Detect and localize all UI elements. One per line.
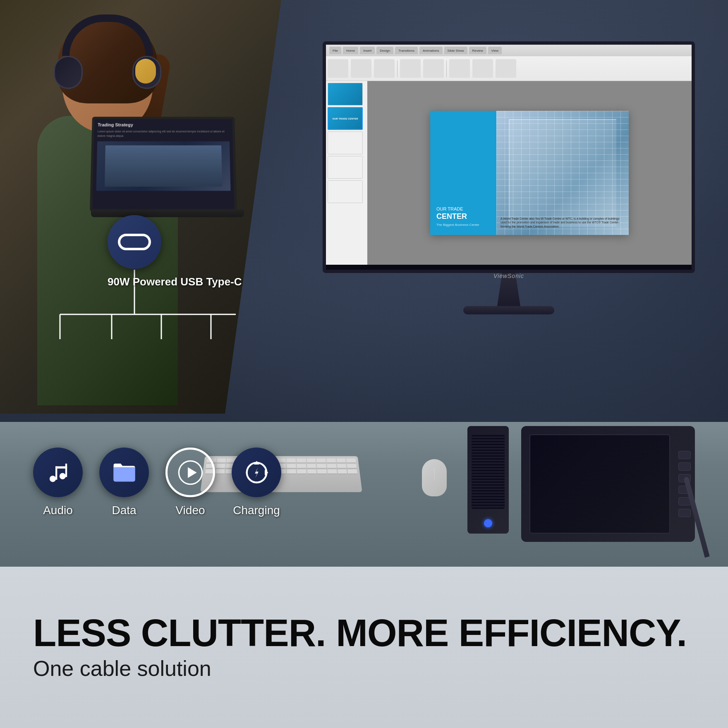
svg-rect-9 xyxy=(65,463,67,477)
music-icon xyxy=(45,459,72,486)
key xyxy=(287,469,296,474)
usbc-icon-circle xyxy=(108,215,161,269)
powerpoint-content: OUR TRADE CENTER xyxy=(326,81,692,265)
key xyxy=(317,464,326,468)
pp-tab: Review xyxy=(469,47,486,54)
feature-audio: Audio xyxy=(33,448,83,517)
bottom-section: LESS CLUTTER. MORE EFFICIENCY. One cable… xyxy=(0,567,728,728)
mouse xyxy=(422,459,447,496)
key xyxy=(317,469,327,474)
monitor-base xyxy=(463,306,554,314)
laptop-title: Trading Strategy xyxy=(98,122,229,127)
key xyxy=(297,458,306,463)
key xyxy=(326,458,336,463)
key xyxy=(297,464,306,468)
monitor-screen: File Home Insert Design Transitions Anim… xyxy=(323,41,695,273)
usbc-label: 90W Powered USB Type-C xyxy=(108,275,242,288)
key xyxy=(316,458,326,463)
charging-icon-circle xyxy=(232,448,281,497)
video-icon-circle xyxy=(165,448,215,497)
headphone-band xyxy=(62,14,153,56)
key xyxy=(327,464,336,468)
feature-charging: Charging xyxy=(232,448,281,517)
key xyxy=(346,458,356,463)
slide-main-title: CENTER xyxy=(436,213,490,221)
key xyxy=(287,464,296,468)
slide-thumb xyxy=(328,132,363,154)
video-icon xyxy=(177,459,204,486)
slide-thumb xyxy=(328,83,363,105)
usbc-feature-area: 90W Powered USB Type-C xyxy=(108,215,242,288)
key xyxy=(307,458,316,463)
video-label: Video xyxy=(175,504,205,517)
graphics-tablet xyxy=(521,426,695,542)
slides-panel: OUR TRADE CENTER xyxy=(326,81,367,265)
laptop-image xyxy=(96,141,230,191)
usbc-icon xyxy=(118,234,151,250)
brand-logo: ViewSonic xyxy=(493,273,524,279)
pp-tab: Slide Show xyxy=(444,47,467,54)
tablet-button xyxy=(678,451,691,459)
feature-video: Video xyxy=(165,448,215,517)
svg-marker-15 xyxy=(255,467,259,478)
data-icon-circle xyxy=(99,448,149,497)
photo-section: File Home Insert Design Transitions Anim… xyxy=(0,0,728,567)
key xyxy=(347,469,357,474)
slide-pretitle: OUR TRADE xyxy=(436,206,490,211)
key xyxy=(327,469,337,474)
pp-tab: Animations xyxy=(419,47,443,54)
main-slide-area: OUR TRADE CENTER The Biggest Business Ce… xyxy=(367,81,692,265)
svg-marker-12 xyxy=(188,467,197,478)
mini-pc-speaker xyxy=(467,426,509,534)
headphones xyxy=(54,14,161,89)
tablet-button xyxy=(678,462,691,471)
headphone-left-ear xyxy=(54,56,83,89)
sub-tagline: One cable solution xyxy=(33,656,695,681)
data-label: Data xyxy=(112,504,136,517)
key xyxy=(338,469,347,474)
slide-right-panel: A World Trade Center also You W Trade Ce… xyxy=(496,111,629,235)
laptop-screen: Trading Strategy Lorem ipsum dolor sit a… xyxy=(90,117,237,211)
tablet-button xyxy=(678,509,691,517)
charging-icon xyxy=(243,459,270,486)
key xyxy=(336,458,346,463)
features-row: Audio Data xyxy=(33,448,281,517)
speaker-grill xyxy=(472,434,505,509)
pp-tab: Design xyxy=(376,47,393,54)
laptop-content: Trading Strategy Lorem ipsum dolor sit a… xyxy=(92,119,234,209)
laptop-building-graphic xyxy=(105,145,222,187)
data-icon xyxy=(111,459,138,486)
pp-tab: File xyxy=(329,47,341,54)
svg-point-7 xyxy=(59,473,65,479)
slide-body-text: A World Trade Center also You W Trade Ce… xyxy=(500,217,625,229)
key xyxy=(337,464,347,468)
svg-point-6 xyxy=(49,476,55,482)
tablet-display xyxy=(529,434,670,534)
slide-content: OUR TRADE CENTER The Biggest Business Ce… xyxy=(430,111,629,235)
main-container: File Home Insert Design Transitions Anim… xyxy=(0,0,728,728)
audio-icon-circle xyxy=(33,448,83,497)
headphone-right-ear xyxy=(132,56,161,89)
powerpoint-ribbon xyxy=(326,56,692,81)
slide-left-panel: OUR TRADE CENTER The Biggest Business Ce… xyxy=(430,111,496,235)
svg-rect-10 xyxy=(55,466,67,468)
key xyxy=(307,469,316,474)
powerpoint-toolbar: File Home Insert Design Transitions Anim… xyxy=(326,45,692,56)
pp-tab: Home xyxy=(343,47,358,54)
pp-tab: Transitions xyxy=(395,47,418,54)
slide-thumb xyxy=(328,156,363,179)
pp-tab: View xyxy=(488,47,502,54)
key xyxy=(307,464,316,468)
large-monitor: File Home Insert Design Transitions Anim… xyxy=(323,41,695,290)
feature-data: Data xyxy=(99,448,149,517)
slide-thumb xyxy=(328,180,363,203)
power-indicator-light xyxy=(484,519,492,527)
main-tagline: LESS CLUTTER. MORE EFFICIENCY. xyxy=(33,614,695,652)
slide-thumb-active: OUR TRADE CENTER xyxy=(328,107,363,130)
charging-label: Charging xyxy=(233,504,280,517)
key xyxy=(287,458,296,463)
key xyxy=(347,464,357,468)
headphone-gold-detail xyxy=(135,59,156,84)
pp-tab: Insert xyxy=(360,47,375,54)
laptop-body: Lorem ipsum dolor sit amet consectetur a… xyxy=(97,129,229,138)
